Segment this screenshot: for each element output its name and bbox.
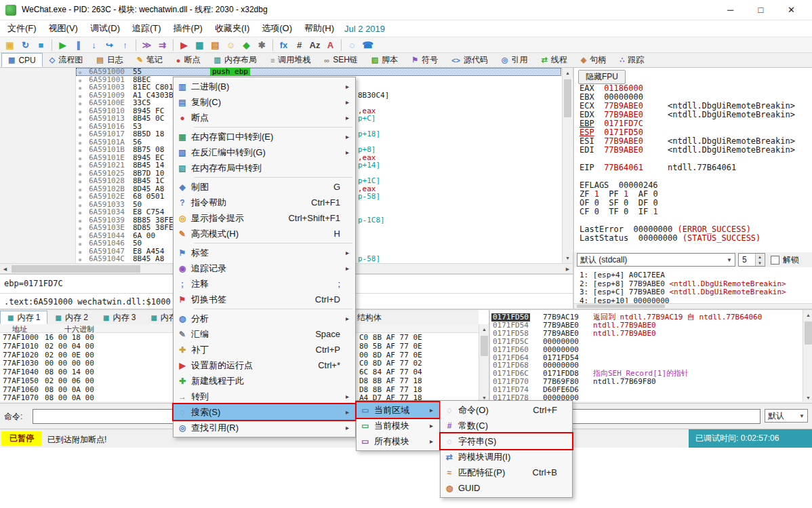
menu-item-instruction-help[interactable]: ?指令帮助Ctrl+F1 — [174, 195, 355, 210]
menu-item-analysis[interactable]: ◍分析▸ — [174, 311, 355, 326]
hide-fpu-button[interactable]: 隐藏FPU — [578, 70, 626, 84]
menu-item-current-module[interactable]: ▭当前模块▸ — [357, 418, 439, 433]
shield-icon[interactable]: ◆ — [239, 39, 253, 52]
dump-vscrollbar[interactable]: ▲ ▼ — [479, 324, 489, 402]
scroll-down-icon[interactable]: ▼ — [803, 393, 812, 402]
tab-breakpoints[interactable]: ●断点 — [169, 53, 207, 67]
open-folder-icon[interactable]: ▣ — [3, 39, 17, 52]
menubar-item-file[interactable]: 文件(F) — [1, 20, 43, 37]
menubar-item-help[interactable]: 帮助(H) — [298, 20, 340, 37]
menubar-item-plugins[interactable]: 插件(P) — [167, 20, 209, 37]
tab-memory-map[interactable]: ▥内存布局 — [207, 53, 264, 67]
scroll-down-icon[interactable]: ▼ — [563, 253, 573, 263]
phone-icon[interactable]: ☎ — [361, 39, 375, 52]
stack-view[interactable]: 0171FD5077B9AC19返回到 ntdll.77B9AC19 自 ntd… — [490, 310, 803, 402]
menu-item-follow-in-memmap[interactable]: ▨在内存布局中转到 — [174, 160, 355, 176]
menu-item-search-pattern[interactable]: ≈匹配特征(P)Ctrl+B — [441, 465, 572, 480]
menu-item-search-constant[interactable]: #常数(C) — [441, 418, 572, 433]
scroll-up-icon[interactable]: ▲ — [479, 324, 489, 334]
scroll-thumb[interactable] — [481, 336, 488, 356]
maximize-button[interactable]: □ — [746, 0, 776, 20]
close-button[interactable]: ✕ — [776, 0, 807, 20]
menu-item-follow-in-disasm[interactable]: ▧在反汇编中转到(G)▸ — [174, 144, 355, 160]
restart-icon[interactable]: ↻ — [18, 39, 33, 52]
memory-map-icon[interactable]: ▦ — [192, 39, 207, 52]
tab-symbols[interactable]: ⚑符号 — [405, 53, 445, 67]
run-icon[interactable]: ▶ — [56, 39, 70, 52]
menubar-item-debug[interactable]: 调试(D) — [84, 20, 126, 37]
smiley-icon[interactable]: ☺ — [224, 39, 238, 52]
menubar-item-view[interactable]: 视图(V) — [43, 20, 84, 37]
scroll-up-icon[interactable]: ▲ — [803, 310, 812, 320]
menu-item-current-region[interactable]: ▭当前区域▸ — [357, 402, 439, 418]
menu-item-breakpoint[interactable]: ●断点▸ — [174, 110, 355, 125]
scroll-thumb[interactable] — [577, 305, 665, 308]
tab-cpu[interactable]: ▦CPU — [1, 53, 43, 67]
highlight-a-icon[interactable]: A — [323, 39, 338, 52]
menu-item-highlighting-mode[interactable]: ✎高亮模式(H)H — [174, 226, 355, 241]
spin-down-icon[interactable]: ▼ — [755, 260, 764, 266]
fx-icon[interactable]: fx — [277, 39, 291, 52]
registers-panel[interactable]: 隐藏FPU EAX 01186000EBX 00000000ECX 77B9AB… — [573, 68, 812, 309]
trace-over-icon[interactable]: ⇉ — [155, 39, 169, 52]
menu-item-assemble[interactable]: ✎汇编Space — [174, 326, 355, 342]
scroll-thumb[interactable] — [12, 265, 140, 273]
tab-dump-2[interactable]: ▦内存 2 — [47, 311, 95, 324]
register-line[interactable]: EIP 77B64061 ntdll.77B64061 — [580, 163, 736, 172]
trace-into-icon[interactable]: ≫ — [140, 39, 154, 52]
hash-icon[interactable]: # — [292, 39, 306, 52]
menu-item-create-thread-here[interactable]: ✚新建线程于此 — [174, 373, 355, 389]
animate-run-icon[interactable]: ▶ — [177, 39, 191, 52]
menu-item-comment[interactable]: ;注释; — [174, 276, 355, 292]
step-into-icon[interactable]: ↓ — [87, 39, 101, 52]
spin-up-icon[interactable]: ▲ — [755, 254, 764, 260]
tab-log[interactable]: ▤日志 — [89, 53, 129, 67]
argument-line[interactable]: 3: [esp+C] 77B9ABE0 <ntdll.DbgUiRemoteBr… — [580, 288, 786, 296]
menu-item-binary[interactable]: ▥二进制(B)▸ — [174, 79, 355, 94]
scroll-thumb[interactable] — [564, 79, 571, 117]
menu-item-all-modules[interactable]: ▭所有模块▸ — [357, 433, 439, 449]
tab-graph[interactable]: ◇流程图 — [43, 53, 89, 67]
menu-item-toggle-bookmark[interactable]: ⚑切换书签Ctrl+D — [174, 292, 355, 307]
execute-till-return-icon[interactable]: ↑ — [118, 39, 132, 52]
az-icon[interactable]: Az — [308, 39, 322, 52]
menu-item-copy[interactable]: ▤复制(C)▸ — [174, 94, 355, 110]
stack-vscrollbar[interactable]: ▲ ▼ — [803, 310, 812, 402]
menu-item-set-new-origin[interactable]: ▶设置新的运行点Ctrl+* — [174, 357, 355, 373]
spinner-arrows[interactable]: ▲▼ — [755, 254, 764, 266]
minimize-button[interactable]: ─ — [715, 0, 746, 20]
step-over-icon[interactable]: ↪ — [102, 39, 117, 52]
menu-item-graph[interactable]: ◆制图G — [174, 179, 355, 195]
arguments-hscrollbar[interactable] — [574, 303, 812, 309]
tab-dump-3[interactable]: ▦内存 3 — [96, 311, 143, 324]
menubar-item-trace[interactable]: 追踪(T) — [126, 20, 167, 37]
tab-seh[interactable]: ∞SEH链 — [317, 53, 365, 67]
tab-call-stack[interactable]: ≡调用堆栈 — [264, 53, 317, 67]
menu-item-goto[interactable]: →转到▸ — [174, 389, 355, 404]
pause-icon[interactable]: ∥ — [71, 39, 85, 52]
log-icon[interactable]: ▤ — [208, 39, 222, 52]
argument-line[interactable]: 1: [esp+4] A0C17EEA — [580, 271, 665, 279]
calling-convention-select[interactable]: 默认 (stdcall) ▼ — [577, 253, 735, 267]
scroll-right-icon[interactable]: ▶ — [563, 264, 573, 274]
unlock-checkbox[interactable] — [771, 256, 779, 265]
tab-notes[interactable]: ✎笔记 — [130, 53, 169, 67]
scroll-left-icon[interactable]: ◀ — [0, 264, 10, 274]
find-magnifier-icon[interactable]: ◌ — [345, 39, 359, 52]
command-profile-select[interactable]: 默认 ▼ — [765, 409, 808, 423]
argument-line[interactable]: 2: [esp+8] 77B9ABE0 <ntdll.DbgUiRemoteBr… — [580, 280, 786, 288]
tab-trace[interactable]: ∴跟踪 — [613, 53, 651, 67]
menu-item-find-references[interactable]: ◎查找引用(R)▸ — [174, 420, 355, 435]
scroll-thumb[interactable] — [805, 321, 812, 345]
menu-item-search-string[interactable]: ◌字符串(S) — [441, 433, 572, 449]
tab-script[interactable]: ▨脚本 — [365, 53, 405, 67]
menu-item-follow-in-memory[interactable]: ▦在内存窗口中转到(E)▸ — [174, 129, 355, 144]
register-line[interactable]: EDI 77B9ABE0 <ntdll.DbgUiRemoteBreakin> — [580, 146, 795, 155]
argument-count-spinner[interactable]: 5 ▲▼ — [738, 253, 765, 267]
menubar-item-favourites[interactable]: 收藏夹(I) — [209, 20, 256, 37]
breakpoint-dot-icon[interactable]: ● — [79, 256, 81, 263]
tab-dump-1[interactable]: ▦内存 1 — [0, 311, 47, 324]
register-line[interactable]: CF 0 TF 0 IF 1 — [580, 208, 658, 216]
menu-item-search[interactable]: ◌搜索(S)▸ — [174, 404, 355, 420]
menu-item-search-intermodular-calls[interactable]: ⇄跨模块调用(I) — [441, 449, 572, 465]
